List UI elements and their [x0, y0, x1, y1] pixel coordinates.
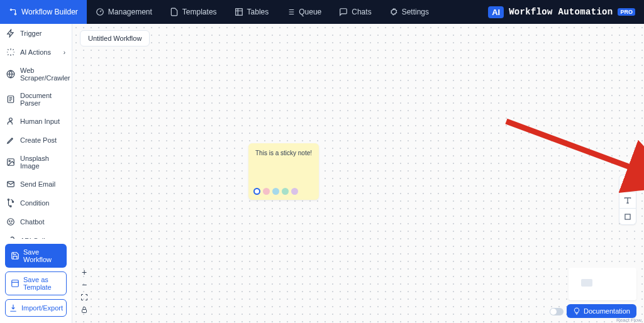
minimap-viewport: [581, 279, 592, 287]
nav-settings[interactable]: Settings: [380, 0, 438, 24]
sticky-note-text[interactable]: This is a sticky note!: [253, 150, 314, 156]
svg-rect-18: [82, 310, 87, 313]
mail-icon: [6, 180, 15, 189]
svg-point-15: [11, 221, 12, 221]
svg-rect-16: [12, 280, 19, 287]
zoom-in-button[interactable]: +: [79, 266, 90, 278]
svg-point-8: [9, 160, 10, 162]
sidebar-item-web-scraper[interactable]: Web Scraper/Crawler: [0, 62, 72, 87]
sidebar-label: Trigger: [20, 30, 42, 37]
save-as-template-button[interactable]: Save as Template: [5, 271, 67, 295]
import-export-button[interactable]: Import/Export: [5, 299, 67, 317]
sidebar-item-api-call[interactable]: API Call: [0, 231, 72, 239]
branch-icon: [6, 199, 15, 207]
nav-label: Queue: [299, 8, 321, 16]
sidebar-item-document-parser[interactable]: Document Parser: [0, 87, 72, 112]
document-icon: [6, 95, 15, 104]
ai-badge: AI: [488, 6, 504, 18]
minimap[interactable]: [569, 268, 636, 300]
shape-tool-button[interactable]: [619, 208, 636, 224]
sticky-color-picker: [253, 188, 314, 195]
gauge-icon: [96, 8, 104, 16]
workflow-canvas[interactable]: Untitled Workflow This is a sticky note!: [72, 24, 644, 323]
sidebar-item-chatbot[interactable]: Chatbot: [0, 212, 72, 231]
svg-point-0: [10, 9, 11, 10]
nav-label: Chats: [352, 8, 371, 16]
nav-workflow-builder[interactable]: Workflow Builder: [0, 0, 87, 24]
reactflow-attribution: React Flow: [616, 317, 641, 323]
sidebar-label: Web Scraper/Crawler: [20, 67, 70, 82]
svg-rect-17: [625, 214, 630, 219]
color-option-green[interactable]: [282, 188, 289, 195]
sidebar-item-unsplash[interactable]: Unsplash Image: [0, 150, 72, 175]
pencil-icon: [6, 136, 15, 145]
color-option-purple[interactable]: [291, 188, 298, 195]
sidebar-item-create-post[interactable]: Create Post: [0, 131, 72, 150]
button-label: Save Workflow: [23, 248, 61, 263]
nav-tables[interactable]: Tables: [226, 0, 278, 24]
nav-management[interactable]: Management: [87, 0, 161, 24]
pro-badge: PRO: [618, 8, 635, 16]
sidebar-item-condition[interactable]: Condition: [0, 194, 72, 212]
svg-point-6: [9, 118, 13, 121]
text-tool-button[interactable]: [619, 192, 636, 208]
sticky-note[interactable]: This is a sticky note!: [248, 143, 319, 200]
toggle-switch[interactable]: [550, 308, 564, 315]
nav-label: Management: [108, 8, 152, 16]
nav-label: Tables: [247, 8, 269, 16]
sidebar-label: Unsplash Image: [20, 155, 65, 170]
sidebar: Trigger AI Actions› Web Scraper/Crawler …: [0, 24, 72, 323]
svg-point-14: [9, 221, 10, 221]
list-icon: [286, 8, 295, 16]
template-icon: [11, 279, 19, 288]
sidebar-label: AI Actions: [20, 48, 51, 56]
save-workflow-button[interactable]: Save Workflow: [5, 244, 67, 268]
sidebar-label: Create Post: [20, 136, 57, 144]
brand-name: Workflow Automation: [509, 7, 613, 17]
sidebar-item-human-input[interactable]: Human Input: [0, 112, 72, 131]
nav-label: Workflow Builder: [21, 8, 78, 16]
fit-view-button[interactable]: [79, 292, 90, 303]
import-export-icon: [9, 304, 18, 312]
lightbulb-icon: [573, 307, 580, 315]
sidebar-label: Condition: [20, 199, 49, 207]
button-label: Import/Export: [21, 304, 63, 312]
color-option-selected[interactable]: [253, 188, 260, 195]
sidebar-label: Document Parser: [20, 92, 65, 107]
svg-point-1: [14, 13, 16, 14]
svg-point-13: [8, 219, 14, 226]
workflow-icon: [9, 8, 18, 16]
save-icon: [11, 251, 19, 260]
file-icon: [170, 8, 179, 16]
lock-button[interactable]: [79, 304, 90, 315]
table-icon: [235, 8, 243, 16]
nav-chats[interactable]: Chats: [330, 0, 380, 24]
brand-area: AI Workflow Automation PRO: [488, 6, 644, 18]
zoom-out-button[interactable]: −: [79, 279, 90, 290]
sidebar-item-send-email[interactable]: Send Email: [0, 175, 72, 194]
sidebar-item-trigger[interactable]: Trigger: [0, 24, 72, 43]
nav-queue[interactable]: Queue: [277, 0, 330, 24]
workflow-title[interactable]: Untitled Workflow: [80, 30, 150, 47]
nav-label: Templates: [182, 8, 217, 16]
sidebar-label: Human Input: [20, 118, 60, 125]
chevron-right-icon: ›: [64, 49, 65, 56]
sidebar-label: Send Email: [20, 180, 55, 188]
button-label: Documentation: [584, 307, 630, 315]
image-icon: [6, 158, 15, 167]
nav-label: Settings: [402, 8, 429, 16]
nav-templates[interactable]: Templates: [161, 0, 226, 24]
color-option-blue[interactable]: [272, 188, 279, 195]
documentation-button[interactable]: Documentation: [567, 304, 636, 318]
canvas-tool-panel: [619, 175, 636, 225]
color-option-pink[interactable]: [263, 188, 270, 195]
person-icon: [6, 117, 15, 126]
chatbot-icon: [6, 217, 15, 226]
svg-rect-3: [235, 9, 242, 16]
chat-icon: [339, 8, 348, 16]
sidebar-item-ai-actions[interactable]: AI Actions›: [0, 43, 72, 62]
edit-tool-button[interactable]: [619, 175, 636, 192]
globe-icon: [6, 70, 15, 79]
zoom-controls: + −: [79, 266, 90, 315]
sidebar-label: Chatbot: [20, 218, 45, 226]
